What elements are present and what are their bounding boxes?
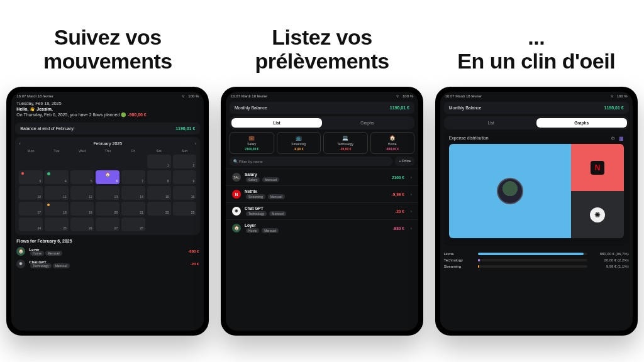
distribution-title: Expense distribution [449, 136, 489, 141]
flow-item[interactable]: ✺Chat GPTTechnologyMensuel-20 € [11, 258, 204, 270]
calendar-day[interactable]: 28 [121, 217, 145, 231]
view-segmented-control: List Graphs [444, 116, 629, 129]
treemap-tile-technology[interactable]: ✺ [571, 191, 623, 238]
calendar-day[interactable]: 27 [96, 217, 119, 231]
list-item-icon: 🏠 [232, 224, 241, 233]
flow-icon: ✺ [16, 260, 25, 268]
calendar-day[interactable]: 21 [121, 202, 145, 216]
tablet-frame-1: 16:07 Mardi 18 février ᯤ100 % Tuesday, F… [6, 87, 209, 336]
calendar-next-button[interactable]: › [195, 141, 197, 146]
category-box[interactable]: 💻Technology-20,00 € [323, 132, 368, 154]
calendar-prev-button[interactable]: ‹ [19, 141, 21, 146]
headline-3: ... En un clin d'oeil [457, 25, 615, 73]
headline-1: Suivez vosmouvements [43, 25, 172, 73]
openai-icon: ✺ [590, 207, 605, 222]
tab-graphs[interactable]: Graphs [536, 118, 627, 128]
calendar-day[interactable]: 14 [121, 186, 145, 200]
calendar-card: ‹ February 2025 › MonTueWedThuFriSatSun … [15, 137, 200, 235]
calendar-day[interactable]: 13 [96, 186, 119, 200]
wifi-icon: ᯤ [611, 94, 614, 98]
balance-row[interactable]: Balance at end of February: 1190,01 € [15, 123, 200, 134]
avatar [497, 178, 523, 204]
calendar-day[interactable]: 17 [19, 202, 43, 216]
calendar-day[interactable]: 10 [19, 186, 43, 200]
calendar-day[interactable]: 26 [70, 217, 94, 231]
chevron-right-icon: › [411, 226, 412, 231]
category-box[interactable]: 💼Salary2100,00 € [230, 132, 274, 154]
list-item[interactable]: ✺Chat GPTTechnologyMensuel-20 €› [226, 202, 418, 219]
expense-treemap[interactable]: N ✺ [449, 144, 624, 238]
calendar-day[interactable]: 4 [45, 170, 69, 184]
calendar-day[interactable]: 24 [19, 217, 43, 231]
calendar-day[interactable]: 25 [45, 217, 69, 231]
calendar-day[interactable]: 6🏠 [96, 170, 119, 184]
calendar-days-grid: 123456🏠789101112131415161718192021222324… [19, 155, 196, 231]
distribution-card: Expense distribution ⚙ ▦ N ✺ [444, 132, 629, 246]
status-bar: 16:07 Mardi 18 février ᯤ100 % [11, 92, 204, 99]
list-item-icon: SAL [232, 173, 241, 182]
expense-bar-row[interactable]: Technology20,00 € (2,2%) [444, 258, 629, 262]
calendar-day[interactable]: 16 [173, 186, 197, 200]
list-item-icon: N [232, 190, 241, 199]
calendar-day[interactable]: 11 [45, 186, 69, 200]
expense-breakdown-bars: Home880,00 € (96,7%)Technology20,00 € (2… [444, 252, 629, 268]
treemap-tile-streaming[interactable]: N [571, 144, 623, 191]
list-item[interactable]: 🏠LoyerHomeMensuel-880 €› [226, 219, 418, 236]
view-segmented-control: List Graphs [230, 116, 414, 129]
category-box[interactable]: 📺Streaming-9,90 € [277, 132, 321, 154]
tablet-frame-3: 16:07 Mardi 18 février ᯤ100 % Monthly Ba… [435, 87, 638, 336]
calendar-day[interactable]: 7 [121, 170, 145, 184]
calendar-day[interactable]: 18 [45, 202, 69, 216]
expense-bar-row[interactable]: Streaming9,99 € (1,1%) [444, 265, 629, 268]
status-bar: 16:07 Mardi 18 février ᯤ100 % [440, 92, 633, 99]
tab-list[interactable]: List [446, 118, 536, 128]
category-box[interactable]: 🏠Home-880,00 € [370, 132, 415, 154]
tab-graphs[interactable]: Graphs [322, 118, 413, 128]
treemap-tile-home[interactable] [449, 144, 572, 238]
list-item-icon: ✺ [232, 207, 241, 216]
chevron-right-icon: › [411, 175, 412, 180]
calendar-day[interactable]: 9 [173, 170, 197, 184]
calendar-day[interactable]: 12 [70, 186, 94, 200]
tablet-frame-2: 16:07 Mardi 18 février ᯤ100 % Monthly Ba… [221, 87, 423, 336]
calendar-day[interactable]: 8 [147, 170, 171, 184]
calendar-day[interactable]: 1 [147, 155, 171, 168]
settings-icon[interactable]: ⚙ [611, 136, 615, 141]
expense-bar-row[interactable]: Home880,00 € (96,7%) [444, 252, 629, 256]
calendar-day[interactable]: 2 [173, 155, 197, 168]
calendar-day[interactable]: 15 [147, 186, 171, 200]
search-input[interactable]: 🔍 Filter by name [230, 156, 392, 166]
status-bar: 16:07 Mardi 18 février ᯤ100 % [226, 92, 418, 99]
list-item[interactable]: SALSalarySalaryMensuel2100 €› [226, 168, 418, 185]
monthly-balance-row[interactable]: Monthly Balance 1190,01 € [444, 102, 629, 114]
category-summary-row: 💼Salary2100,00 €📺Streaming-9,90 €💻Techno… [230, 132, 414, 154]
calendar-month-label: February 2025 [94, 141, 123, 146]
calendar-day[interactable]: 5 [70, 170, 94, 184]
wifi-icon: ᯤ [396, 94, 400, 98]
greeting-block: Tuesday, Feb 18, 2025 Hello, 👋 Jessim. O… [11, 99, 204, 120]
chevron-right-icon: › [411, 209, 412, 214]
calendar-day[interactable]: 20 [96, 202, 119, 216]
monthly-balance-row[interactable]: Monthly Balance 1190,01 € [230, 102, 414, 114]
wifi-icon: ᯤ [182, 94, 186, 98]
calendar-weekdays: MonTueWedThuFriSatSun [19, 149, 196, 153]
flows-header: Flows for February 6, 2025 [16, 239, 199, 243]
flow-item[interactable]: 🏠LoyerHomeMensuel-880 € [11, 245, 204, 258]
list-item[interactable]: NNetflixStreamingMensuel-9,99 €› [226, 185, 418, 202]
flow-icon: 🏠 [16, 247, 25, 256]
filter-price-button[interactable]: + Price [395, 156, 414, 166]
tab-list[interactable]: List [231, 118, 322, 128]
chevron-right-icon: › [411, 192, 412, 197]
calendar-day[interactable]: 19 [70, 202, 94, 216]
grid-icon[interactable]: ▦ [619, 136, 624, 141]
calendar-day[interactable]: 23 [173, 202, 197, 216]
headline-2: Listez vosprélèvements [255, 25, 389, 73]
calendar-day[interactable]: 22 [147, 202, 171, 216]
calendar-day[interactable]: 3 [19, 170, 43, 184]
netflix-icon: N [591, 161, 604, 175]
